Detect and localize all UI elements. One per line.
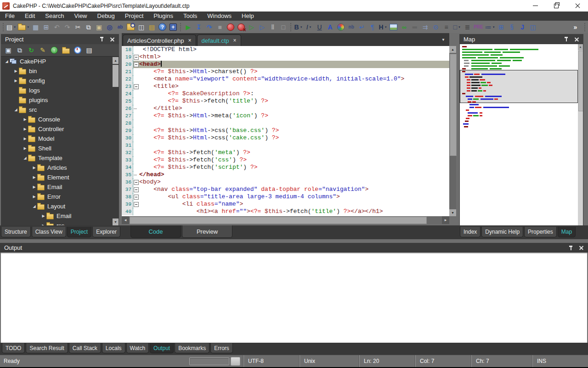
upload-button[interactable]: ↑ xyxy=(51,46,58,55)
dropdown-arrow-icon[interactable]: ▼ xyxy=(309,26,312,29)
close-icon[interactable] xyxy=(110,37,115,42)
chevron-collapsed-icon[interactable]: ▶ xyxy=(22,127,28,131)
tree-item-controller[interactable]: ▶Controller xyxy=(1,124,119,134)
menu-file[interactable]: File xyxy=(0,12,20,21)
editor-tab-articlescontroller-php[interactable]: ArticlesController.php× xyxy=(123,34,196,46)
code-line-37[interactable]: 37 <nav class="top-bar expanded" data-to… xyxy=(122,186,449,193)
pin-icon[interactable] xyxy=(100,36,104,42)
tree-item-plugins[interactable]: plugins xyxy=(1,95,119,105)
step-into-button[interactable]: ↧ xyxy=(193,22,204,32)
dropdown-arrow-icon[interactable]: ▼ xyxy=(384,26,387,29)
code-line-18[interactable]: 18 <!DOCTYPE html> xyxy=(122,46,449,53)
dock-tab-call-stack[interactable]: Call Stack xyxy=(69,343,101,353)
code-line-32[interactable]: 32 <?= $this->fetch('meta') ?> xyxy=(122,149,449,156)
panel-tab-dynamic-help[interactable]: Dynamic Help xyxy=(481,227,523,237)
progress-button[interactable] xyxy=(231,357,240,366)
scroll-left-icon[interactable] xyxy=(122,216,129,224)
pin-icon[interactable] xyxy=(564,36,569,42)
scroll-up-icon[interactable] xyxy=(449,46,456,53)
menu-view[interactable]: View xyxy=(69,12,92,21)
tree-item-email[interactable]: ▶Email xyxy=(1,182,119,192)
panel-tab-structure[interactable]: Structure xyxy=(1,227,31,237)
code-line-34[interactable]: 34 <?= $this->fetch('script') ?> xyxy=(122,164,449,171)
view-tab-preview[interactable]: Preview xyxy=(182,225,232,238)
line-break-button[interactable]: ↵ xyxy=(356,22,367,32)
tree-item-bin[interactable]: ▶bin xyxy=(1,66,119,76)
view-tab-code[interactable]: Code xyxy=(130,225,181,238)
tree-item-email[interactable]: ▶Email xyxy=(1,211,119,221)
code-line-40[interactable]: 40 <h1><a href=""><?= $this->fetch('titl… xyxy=(122,208,449,215)
menu-plugins[interactable]: Plugins xyxy=(148,12,178,21)
dock-tab-errors[interactable]: Errors xyxy=(210,343,233,353)
insert-script-button[interactable]: § xyxy=(507,22,517,32)
dock-tab-watch[interactable]: Watch xyxy=(126,343,149,353)
close-button[interactable] xyxy=(567,0,588,12)
run-button[interactable]: ▶ xyxy=(183,22,193,32)
code-line-24[interactable]: 24 <?= $cakeDescription ?>: xyxy=(122,90,449,98)
menu-search[interactable]: Search xyxy=(40,12,69,21)
minimap-scrollbar-thumb[interactable] xyxy=(578,51,583,111)
restore-button[interactable] xyxy=(546,0,567,12)
panel-tab-index[interactable]: Index xyxy=(460,227,481,237)
editor-tab-default-ctp[interactable]: default.ctp× xyxy=(197,34,241,46)
fold-collapse-icon[interactable] xyxy=(133,83,139,90)
open-file-button[interactable]: ▼ xyxy=(17,22,30,32)
code-snippets-button[interactable]: ▤ xyxy=(147,22,157,32)
menu-debug[interactable]: Debug xyxy=(92,12,120,21)
fold-collapse-icon[interactable] xyxy=(133,61,139,68)
scroll-up-icon[interactable] xyxy=(113,57,119,64)
horizontal-rule-button[interactable]: ═ xyxy=(409,22,420,32)
tree-item-articles[interactable]: ▶Articles xyxy=(1,163,119,172)
tree-item-layout[interactable]: ◢Layout xyxy=(1,201,119,211)
code-line-23[interactable]: 23 <title> xyxy=(122,83,449,90)
paragraph-button[interactable]: ¶ xyxy=(367,22,378,32)
code-minimap[interactable] xyxy=(460,44,583,225)
tab-list-dropdown-icon[interactable]: ▼ xyxy=(441,38,445,42)
close-tab-icon[interactable]: × xyxy=(188,37,192,44)
code-line-27[interactable]: 27 <?= $this->Html->meta('icon') ?> xyxy=(122,112,449,120)
code-line-28[interactable]: 28 xyxy=(122,120,449,127)
code-line-30[interactable]: 30 <?= $this->Html->css('cake.css') ?> xyxy=(122,134,449,142)
new-file-button[interactable]: ▤▼ xyxy=(6,22,17,32)
find-button[interactable]: ◎ xyxy=(104,22,115,32)
chevron-collapsed-icon[interactable]: ▶ xyxy=(31,195,37,199)
div-container-button[interactable]: □▼ xyxy=(452,22,462,32)
non-breaking-space-button[interactable]: nb xyxy=(346,22,356,32)
dock-tab-locals[interactable]: Locals xyxy=(102,343,125,353)
insert-frame-button[interactable]: ◫ xyxy=(528,22,538,32)
code-line-29[interactable]: 29 <?= $this->Html->css('base.css') ?> xyxy=(122,127,449,134)
insert-table-button[interactable]: ⊞ xyxy=(496,22,507,32)
chevron-collapsed-icon[interactable]: ▶ xyxy=(22,146,28,150)
bold-button[interactable]: B▼ xyxy=(293,22,304,32)
hyperlink-button[interactable]: ∞ xyxy=(399,22,409,32)
tree-item-console[interactable]: ▶Console xyxy=(1,115,119,124)
chevron-collapsed-icon[interactable]: ▶ xyxy=(31,175,37,179)
menu-project[interactable]: Project xyxy=(120,12,148,21)
tree-item-config[interactable]: ▶config xyxy=(1,76,119,86)
chevron-expanded-icon[interactable]: ◢ xyxy=(13,108,19,112)
panel-tab-map[interactable]: Map xyxy=(558,227,576,237)
compare-windows-button[interactable]: ◫ xyxy=(136,22,147,32)
object-button[interactable]: ⊙ xyxy=(430,22,441,32)
chevron-collapsed-icon[interactable]: ▶ xyxy=(22,137,28,141)
scroll-down-icon[interactable] xyxy=(113,218,119,225)
code-line-33[interactable]: 33 <?= $this->fetch('css') ?> xyxy=(122,156,449,164)
menu-edit[interactable]: Edit xyxy=(20,12,40,21)
align-top-button[interactable]: ≣ xyxy=(462,22,473,32)
scroll-right-icon[interactable] xyxy=(442,216,449,224)
fold-collapse-icon[interactable] xyxy=(133,201,139,208)
menu-tools[interactable]: Tools xyxy=(178,12,202,21)
editor-horizontal-scrollbar[interactable] xyxy=(122,216,449,224)
help-button[interactable]: ? xyxy=(157,22,168,32)
copy-button[interactable]: ⧉ xyxy=(83,22,94,32)
code-line-19[interactable]: 19<html> xyxy=(122,53,449,61)
code-line-20[interactable]: 20<head> xyxy=(122,61,449,68)
underline-button[interactable]: U xyxy=(314,22,325,32)
tree-scrollbar-thumb[interactable] xyxy=(113,65,119,87)
chevron-expanded-icon[interactable]: ◢ xyxy=(22,156,28,160)
menu-windows[interactable]: Windows xyxy=(202,12,237,21)
fold-collapse-icon[interactable] xyxy=(133,178,139,186)
color-palette-button[interactable] xyxy=(335,22,346,32)
chevron-collapsed-icon[interactable]: ▶ xyxy=(13,79,19,83)
chevron-collapsed-icon[interactable]: ▶ xyxy=(31,185,37,189)
